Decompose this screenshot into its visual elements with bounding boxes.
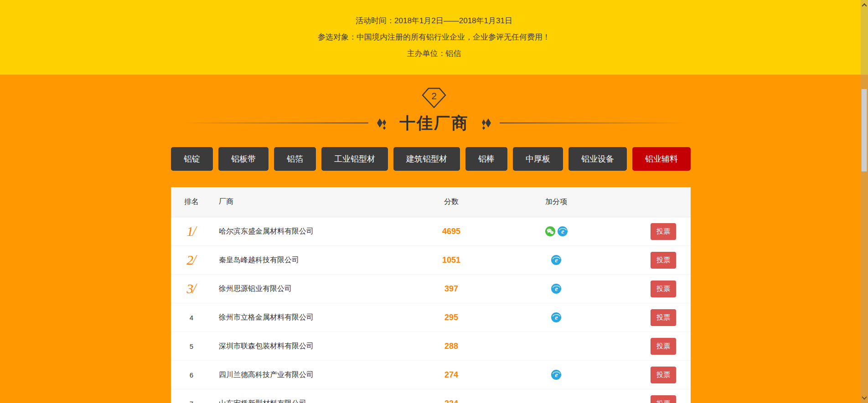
rank-value: 6/ bbox=[171, 371, 212, 379]
category-tab[interactable]: 铝板带 bbox=[218, 147, 269, 171]
rank-value: 7/ bbox=[171, 400, 212, 403]
ie-icon: e bbox=[551, 284, 561, 294]
vote-button[interactable]: 投票 bbox=[651, 252, 676, 269]
table-row: 2/ 秦皇岛峰越科技有限公司 1051 e 投票 bbox=[171, 246, 691, 275]
section-badge-number: 2 bbox=[431, 91, 437, 101]
category-tab[interactable]: 铝业设备 bbox=[568, 147, 627, 171]
vendor-name: 深圳市联森包装材料有限公司 bbox=[212, 342, 413, 351]
header-rank: 排名 bbox=[171, 197, 212, 207]
vote-cell: 投票 bbox=[622, 281, 691, 297]
vote-button[interactable]: 投票 bbox=[651, 367, 676, 383]
bonus-cell: e bbox=[490, 284, 622, 294]
vote-cell: 投票 bbox=[622, 252, 691, 269]
score-value: 274 bbox=[413, 370, 490, 380]
vendor-name: 徐州市立格金属材料有限公司 bbox=[212, 313, 413, 322]
ranking-panel: 排名 厂商 分数 加分项 1/ 哈尔滨东盛金属材料有限公司 4695 e 投票 … bbox=[171, 187, 691, 403]
score-value: 295 bbox=[413, 313, 490, 322]
vendor-name: 哈尔滨东盛金属材料有限公司 bbox=[212, 227, 413, 236]
activity-banner: 活动时间：2018年1月2日——2018年1月31日 参选对象：中国境内注册的所… bbox=[0, 0, 868, 75]
rank-value: 5/ bbox=[171, 342, 212, 350]
score-value: 224 bbox=[413, 399, 490, 403]
rank-value: 1/ bbox=[171, 223, 212, 240]
vote-cell: 投票 bbox=[622, 338, 691, 355]
table-header-row: 排名 厂商 分数 加分项 bbox=[171, 187, 691, 217]
vote-button[interactable]: 投票 bbox=[651, 395, 676, 403]
scroll-up-icon[interactable] bbox=[862, 3, 867, 8]
table-row: 1/ 哈尔滨东盛金属材料有限公司 4695 e 投票 bbox=[171, 217, 691, 246]
category-tab[interactable]: 铝业辅料 bbox=[632, 147, 691, 171]
score-value: 1051 bbox=[413, 255, 490, 265]
table-row: 4/ 徐州市立格金属材料有限公司 295 e 投票 bbox=[171, 303, 691, 332]
bonus-cell: e bbox=[490, 226, 622, 236]
score-value: 4695 bbox=[413, 227, 490, 236]
vote-button[interactable]: 投票 bbox=[651, 223, 676, 240]
rank-value: 4/ bbox=[171, 314, 212, 321]
scrollbar[interactable] bbox=[861, 0, 868, 403]
diamond-cluster-left-icon bbox=[376, 115, 388, 131]
section-badge: 2 bbox=[0, 87, 868, 108]
vendor-name: 山东宏桥新型材料有限公司 bbox=[212, 399, 413, 403]
score-value: 288 bbox=[413, 342, 490, 351]
ie-icon: e bbox=[551, 370, 561, 380]
table-row: 6/ 四川兰德高科技产业有限公司 274 e 投票 bbox=[171, 361, 691, 389]
gem-icon: 2 bbox=[422, 87, 446, 108]
vote-cell: 投票 bbox=[622, 395, 691, 403]
vendor-name: 秦皇岛峰越科技有限公司 bbox=[212, 255, 413, 265]
vote-button[interactable]: 投票 bbox=[651, 281, 676, 297]
bonus-cell: e bbox=[490, 312, 622, 322]
activity-organizer-line: 主办单位：铝信 bbox=[407, 46, 461, 62]
diamond-cluster-right-icon bbox=[480, 115, 492, 131]
vote-cell: 投票 bbox=[622, 309, 691, 326]
title-divider-left bbox=[182, 122, 368, 123]
table-row: 7/ 山东宏桥新型材料有限公司 224 投票 bbox=[171, 389, 691, 403]
bonus-cell: e bbox=[490, 370, 622, 380]
bonus-cell: e bbox=[490, 255, 622, 265]
vote-cell: 投票 bbox=[622, 367, 691, 383]
scrollbar-thumb[interactable] bbox=[861, 89, 867, 172]
table-row: 5/ 深圳市联森包装材料有限公司 288 投票 bbox=[171, 332, 691, 361]
scroll-down-icon[interactable] bbox=[862, 394, 867, 399]
activity-time-line: 活动时间：2018年1月2日——2018年1月31日 bbox=[356, 13, 512, 29]
header-vendor: 厂商 bbox=[212, 197, 413, 207]
score-value: 397 bbox=[413, 284, 490, 294]
ie-icon: e bbox=[551, 312, 561, 322]
vote-button[interactable]: 投票 bbox=[651, 338, 676, 355]
category-tab[interactable]: 工业铝型材 bbox=[321, 147, 388, 171]
ie-icon: e bbox=[558, 226, 568, 236]
wechat-icon bbox=[545, 226, 555, 236]
rank-value: 2/ bbox=[171, 252, 212, 268]
category-tab[interactable]: 铝箔 bbox=[274, 147, 316, 171]
rank-value: 3/ bbox=[171, 281, 212, 297]
section-title-row: 十佳厂商 bbox=[0, 114, 868, 132]
category-tab[interactable]: 建筑铝型材 bbox=[393, 147, 460, 171]
ie-icon: e bbox=[551, 255, 561, 265]
vote-button[interactable]: 投票 bbox=[651, 309, 676, 326]
category-tab[interactable]: 铝棒 bbox=[465, 147, 507, 171]
page-title: 十佳厂商 bbox=[395, 112, 473, 134]
activity-eligibility-line: 参选对象：中国境内注册的所有铝行业企业，企业参评无任何费用！ bbox=[318, 29, 550, 46]
table-row: 3/ 徐州思源铝业有限公司 397 e 投票 bbox=[171, 275, 691, 303]
header-bonus: 加分项 bbox=[490, 197, 622, 207]
title-divider-right bbox=[500, 122, 686, 123]
vote-cell: 投票 bbox=[622, 223, 691, 240]
category-tab[interactable]: 铝锭 bbox=[171, 147, 213, 171]
category-tab[interactable]: 中厚板 bbox=[513, 147, 563, 171]
vendor-name: 四川兰德高科技产业有限公司 bbox=[212, 370, 413, 380]
vendor-name: 徐州思源铝业有限公司 bbox=[212, 284, 413, 294]
header-score: 分数 bbox=[413, 197, 490, 207]
category-tabs: 铝锭 铝板带 铝箔 工业铝型材 建筑铝型材 铝棒 中厚板 铝业设备 铝业辅料 bbox=[171, 147, 691, 171]
